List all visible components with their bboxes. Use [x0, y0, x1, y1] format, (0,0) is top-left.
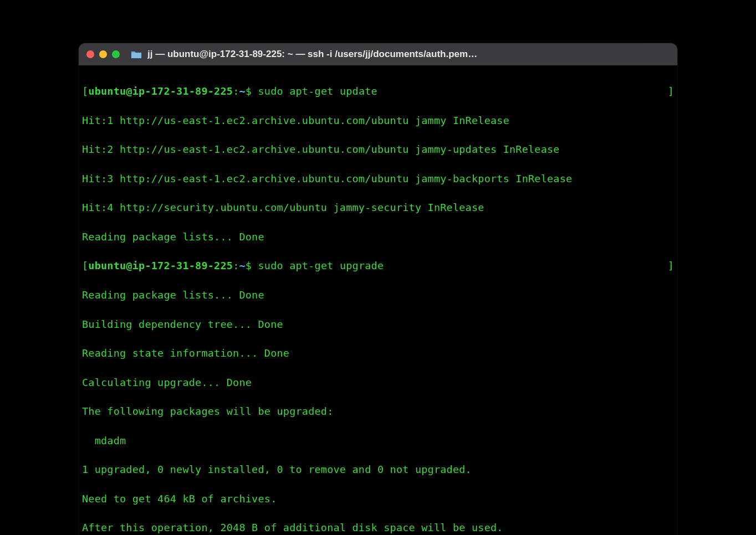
maximize-button[interactable]	[112, 50, 120, 58]
window-title: jj — ubuntu@ip-172-31-89-225: ~ — ssh -i…	[147, 49, 670, 60]
output-line: Reading state information... Done	[82, 346, 674, 361]
prompt-close-bracket: ]	[668, 84, 674, 99]
prompt-colon: :	[233, 260, 239, 271]
output-line: Need to get 464 kB of archives.	[82, 492, 674, 506]
output-line: Hit:2 http://us-east-1.ec2.archive.ubunt…	[82, 142, 674, 157]
output-line: Reading package lists... Done	[82, 288, 674, 302]
terminal-window: jj — ubuntu@ip-172-31-89-225: ~ — ssh -i…	[79, 43, 677, 535]
output-line: Hit:1 http://us-east-1.ec2.archive.ubunt…	[82, 114, 674, 128]
prompt-colon: :	[233, 85, 239, 97]
prompt-open-bracket: [	[82, 260, 88, 271]
output-line: After this operation, 2048 B of addition…	[82, 521, 674, 535]
output-line: Building dependency tree... Done	[82, 317, 674, 332]
prompt-line: [ubuntu@ip-172-31-89-225:~$ sudo apt-get…	[82, 259, 674, 273]
prompt-dollar: $	[246, 85, 252, 97]
prompt-line: [ubuntu@ip-172-31-89-225:~$ sudo apt-get…	[82, 84, 674, 99]
output-line: Hit:3 http://us-east-1.ec2.archive.ubunt…	[82, 172, 674, 186]
output-line: Reading package lists... Done	[82, 230, 674, 244]
output-line: Hit:4 http://security.ubuntu.com/ubuntu …	[82, 200, 674, 215]
minimize-button[interactable]	[99, 50, 107, 58]
close-button[interactable]	[86, 50, 94, 58]
prompt-host: ubuntu@ip-172-31-89-225	[88, 260, 233, 271]
prompt-open-bracket: [	[82, 85, 88, 97]
prompt-dollar: $	[246, 260, 252, 271]
prompt-path: ~	[239, 260, 245, 271]
folder-icon	[131, 50, 142, 59]
svg-rect-0	[131, 53, 141, 58]
output-line: 1 upgraded, 0 newly installed, 0 to remo…	[82, 462, 674, 477]
prompt-host: ubuntu@ip-172-31-89-225	[88, 85, 233, 97]
terminal-body[interactable]: [ubuntu@ip-172-31-89-225:~$ sudo apt-get…	[79, 65, 677, 535]
command-1: sudo apt-get update	[258, 85, 377, 97]
output-line: mdadm	[82, 434, 674, 448]
command-2: sudo apt-get upgrade	[258, 260, 384, 271]
titlebar[interactable]: jj — ubuntu@ip-172-31-89-225: ~ — ssh -i…	[79, 43, 677, 65]
prompt-path: ~	[239, 85, 245, 97]
traffic-lights	[86, 50, 120, 58]
output-line: The following packages will be upgraded:	[82, 404, 674, 419]
output-line: Calculating upgrade... Done	[82, 375, 674, 390]
prompt-close-bracket: ]	[668, 259, 674, 273]
